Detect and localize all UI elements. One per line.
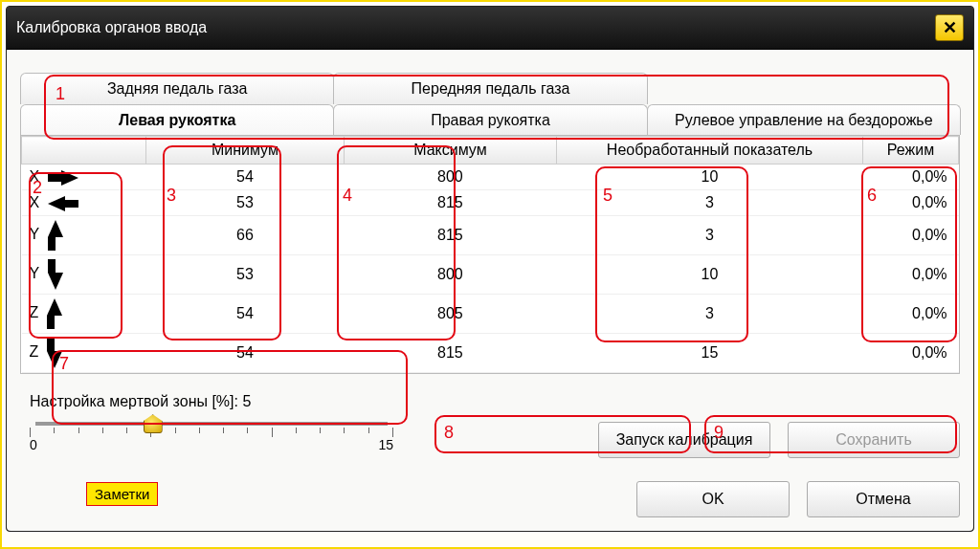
cell-raw: 10 (557, 165, 863, 190)
col-axis (22, 137, 146, 165)
direction-left-icon (48, 196, 78, 211)
cell-mode: 0,0% (863, 216, 959, 255)
direction-down-icon (48, 259, 63, 290)
table-row: X 54800100,0% (22, 165, 959, 190)
direction-down-icon (47, 338, 62, 368)
tab-right-handle[interactable]: Правая рукоятка (333, 104, 647, 136)
tab-blank (647, 73, 961, 104)
cell-max: 800 (344, 165, 556, 190)
cell-min: 54 (146, 165, 345, 190)
cell-axis: X (22, 190, 146, 216)
button-label: OK (702, 491, 724, 507)
slider-scale: 0 15 (30, 437, 393, 452)
cell-max: 805 (344, 295, 556, 334)
cell-mode: 0,0% (863, 334, 959, 373)
direction-up-icon (48, 220, 63, 251)
titlebar: Калибровка органов ввода ✕ (7, 7, 973, 50)
cell-raw: 10 (557, 255, 863, 295)
tab-label: Передняя педаль газа (412, 80, 570, 97)
table-row: Z 5480530,0% (22, 295, 959, 334)
deadzone-slider[interactable] (35, 422, 388, 426)
slider-min: 0 (30, 437, 37, 452)
button-label: Запуск калибрация (616, 431, 753, 448)
dialog-buttons: OK Отмена (20, 481, 960, 517)
cell-axis: Y (22, 216, 146, 255)
tab-offroad-steering[interactable]: Рулевое управление на бездорожье (647, 104, 961, 136)
col-raw: Необработанный показатель (557, 137, 863, 165)
close-icon: ✕ (943, 17, 957, 38)
dialog-content: Задняя педаль газа Передняя педаль газа … (7, 50, 973, 531)
table-row: Z 54815150,0% (22, 334, 959, 373)
cell-mode: 0,0% (863, 165, 959, 190)
calibration-table: Минимум Максимум Необработанный показате… (20, 135, 960, 374)
tabs-row-1: Задняя педаль газа Передняя педаль газа (20, 73, 960, 104)
cell-min: 54 (146, 334, 345, 373)
table-row: X 5381530,0% (22, 190, 959, 216)
close-button[interactable]: ✕ (935, 14, 964, 41)
ok-button[interactable]: OK (636, 481, 790, 517)
button-label: Отмена (856, 491, 910, 507)
cell-min: 53 (146, 190, 345, 216)
cell-max: 815 (344, 190, 556, 216)
cell-mode: 0,0% (863, 255, 959, 295)
cancel-button[interactable]: Отмена (807, 481, 960, 517)
cell-max: 800 (344, 255, 556, 295)
window-title: Калибровка органов ввода (16, 19, 207, 36)
tab-label: Правая рукоятка (431, 112, 550, 128)
table-row: Y 6681530,0% (22, 216, 959, 255)
table-row: Y 53800100,0% (22, 255, 959, 295)
tab-label: Левая рукоятка (119, 112, 235, 128)
notes-badge[interactable]: Заметки (86, 482, 158, 506)
cell-min: 66 (146, 216, 345, 255)
cell-raw: 3 (557, 216, 863, 255)
dialog-window: Калибровка органов ввода ✕ Задняя педаль… (6, 6, 974, 532)
cell-axis: Z (22, 334, 146, 373)
cell-axis: Z (22, 295, 146, 334)
tab-front-throttle[interactable]: Передняя педаль газа (333, 73, 647, 104)
col-min: Минимум (146, 137, 345, 165)
cell-max: 815 (344, 334, 556, 373)
cell-raw: 3 (557, 295, 863, 334)
slider-handle[interactable] (144, 414, 163, 433)
cell-min: 53 (146, 255, 345, 295)
action-buttons: Запуск калибрация Сохранить (441, 422, 960, 458)
direction-right-icon (48, 170, 78, 186)
start-calibration-button[interactable]: Запуск калибрация (598, 422, 770, 458)
col-max: Максимум (344, 137, 556, 165)
cell-raw: 3 (557, 190, 863, 216)
col-mode: Режим (863, 137, 959, 165)
tab-label: Задняя педаль газа (107, 80, 248, 97)
save-button[interactable]: Сохранить (788, 422, 960, 458)
cell-min: 54 (146, 295, 345, 334)
tab-label: Рулевое управление на бездорожье (675, 112, 933, 128)
button-label: Сохранить (835, 431, 912, 448)
cell-axis: X (22, 165, 146, 190)
deadzone-label: Настройка мертвой зоны [%]: 5 (30, 393, 393, 410)
slider-ticks (30, 428, 393, 437)
cell-axis: Y (22, 255, 146, 295)
table-header-row: Минимум Максимум Необработанный показате… (22, 137, 959, 165)
deadzone-panel: Настройка мертвой зоны [%]: 5 0 15 (20, 387, 403, 458)
slider-max: 15 (378, 437, 393, 452)
direction-up-icon (47, 298, 62, 329)
cell-max: 815 (344, 216, 556, 255)
cell-mode: 0,0% (863, 295, 959, 334)
tab-left-handle[interactable]: Левая рукоятка (20, 104, 334, 136)
tabs-row-2: Левая рукоятка Правая рукоятка Рулевое у… (20, 104, 960, 136)
cell-mode: 0,0% (863, 190, 959, 216)
tab-rear-throttle[interactable]: Задняя педаль газа (20, 73, 334, 104)
cell-raw: 15 (557, 334, 863, 373)
